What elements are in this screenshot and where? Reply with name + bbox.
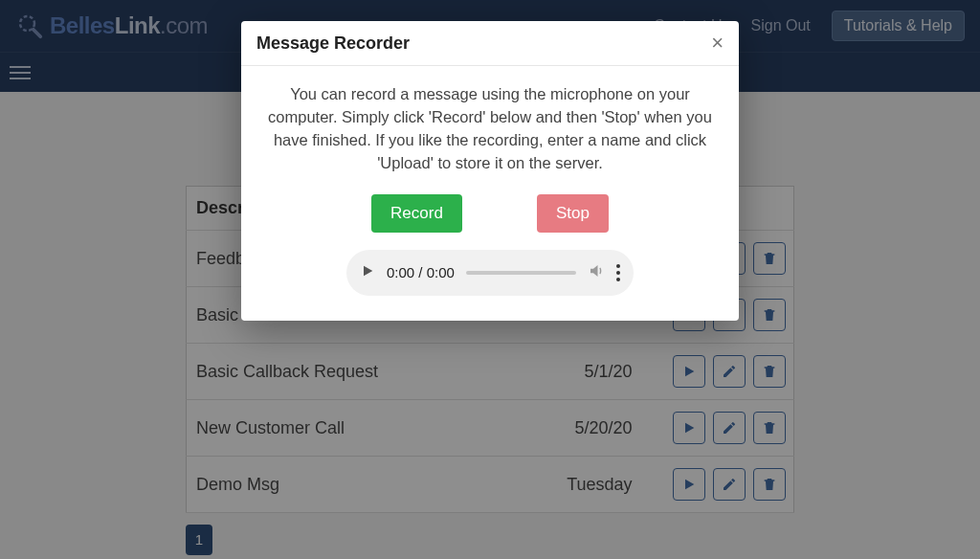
modal-title: Message Recorder [256,34,410,54]
record-button[interactable]: Record [371,194,462,233]
close-icon[interactable]: × [711,33,724,54]
stop-button[interactable]: Stop [537,194,609,233]
menu-dots-icon[interactable] [616,264,620,281]
audio-track[interactable] [466,271,576,275]
audio-time: 0:00 / 0:00 [387,264,455,280]
modal-instructions: You can record a message using the micro… [268,83,712,175]
play-icon[interactable] [360,263,375,282]
message-recorder-modal: Message Recorder × You can record a mess… [241,21,739,321]
audio-player[interactable]: 0:00 / 0:00 [346,250,634,296]
volume-icon[interactable] [588,262,605,283]
